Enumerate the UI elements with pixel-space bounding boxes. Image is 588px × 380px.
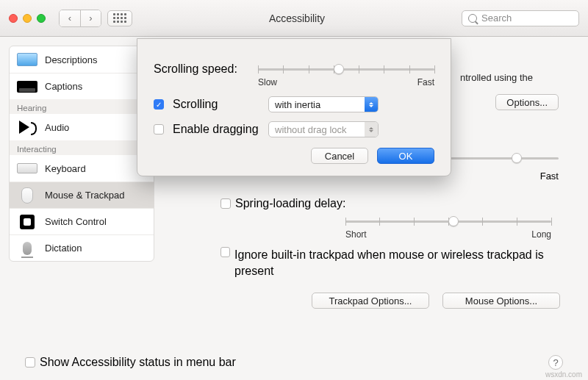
scrolling-speed-max-label: Fast (417, 77, 434, 87)
cancel-button[interactable]: Cancel (311, 148, 368, 164)
scrolling-checkbox[interactable]: ✓ (154, 99, 164, 110)
search-icon (468, 14, 477, 23)
keyboard-icon (17, 163, 37, 173)
sidebar-category-interacting: Interacting (10, 140, 154, 155)
window-title: Accessibility (269, 12, 325, 24)
back-button[interactable]: ‹ (60, 10, 80, 26)
sidebar-item-captions[interactable]: Captions (10, 73, 154, 99)
search-placeholder: Search (481, 12, 512, 24)
dragging-behavior-select: without drag lock (268, 121, 379, 137)
help-button[interactable]: ? (548, 355, 563, 370)
obscured-text-fragment: ntrolled using the (460, 72, 533, 83)
scrolling-speed-label: Scrolling speed: (154, 62, 249, 76)
scrolling-speed-slider[interactable] (258, 62, 434, 76)
descriptions-icon (17, 53, 37, 66)
mouse-options-button[interactable]: Mouse Options... (442, 293, 560, 309)
trackpad-options-sheet: Scrolling speed: Slow Fast ✓ Scrolling w… (137, 38, 451, 176)
audio-icon (19, 121, 29, 134)
ignore-builtin-trackpad-label: Ignore built-in trackpad when mouse or w… (234, 247, 560, 280)
grid-icon (113, 13, 126, 23)
window-toolbar: ‹ › Accessibility Search (0, 0, 588, 37)
scrolling-speed-min-label: Slow (258, 77, 277, 87)
spring-loading-checkbox[interactable] (220, 198, 231, 209)
enable-dragging-label: Enable dragging (173, 123, 259, 136)
search-field[interactable]: Search (462, 10, 579, 26)
spring-slider-min-label: Short (345, 229, 367, 240)
sidebar-item-label: Keyboard (45, 163, 86, 174)
zoom-window-button[interactable] (37, 14, 46, 23)
scrolling-select-value: with inertia (275, 99, 320, 110)
switch-control-icon (20, 215, 35, 229)
sidebar-item-label: Mouse & Trackpad (45, 190, 124, 201)
ok-button[interactable]: OK (377, 148, 434, 164)
ignore-builtin-trackpad-checkbox[interactable] (220, 247, 230, 257)
watermark-text: wsxdn.com (545, 370, 582, 379)
minimize-window-button[interactable] (23, 14, 32, 23)
show-status-menubar-checkbox[interactable] (25, 357, 35, 368)
sidebar-item-label: Audio (45, 122, 69, 133)
chevron-updown-icon (365, 97, 378, 112)
spring-slider-max-label: Long (531, 229, 551, 240)
sidebar-item-label: Switch Control (45, 216, 107, 227)
scrolling-checkbox-label: Scrolling (173, 98, 259, 111)
spring-loading-label: Spring-loading delay: (235, 197, 345, 210)
dictation-icon (23, 242, 32, 255)
show-status-menubar-label: Show Accessibility status in menu bar (40, 356, 236, 369)
sidebar-category-hearing: Hearing (10, 99, 154, 114)
spring-loading-delay-slider[interactable] (345, 215, 551, 228)
sidebar-item-label: Descriptions (45, 54, 98, 65)
accessibility-preferences-window: ‹ › Accessibility Search Descriptions (0, 0, 588, 380)
chevron-updown-icon (365, 122, 378, 137)
enable-dragging-checkbox[interactable] (154, 124, 164, 135)
sidebar-item-switch-control[interactable]: Switch Control (10, 208, 154, 234)
show-all-button[interactable] (107, 10, 132, 26)
mouse-icon (21, 187, 33, 204)
sidebar-item-mouse-trackpad[interactable]: Mouse & Trackpad (10, 182, 154, 208)
forward-button[interactable]: › (80, 10, 101, 26)
sidebar-item-descriptions[interactable]: Descriptions (10, 46, 154, 73)
sidebar-item-keyboard[interactable]: Keyboard (10, 155, 154, 182)
options-button[interactable]: Options... (495, 94, 559, 110)
dragging-select-value: without drag lock (275, 124, 347, 135)
window-controls (9, 14, 46, 23)
trackpad-options-button[interactable]: Trackpad Options... (312, 293, 429, 309)
sidebar-item-dictation[interactable]: Dictation (10, 234, 154, 261)
close-window-button[interactable] (9, 14, 18, 23)
scrolling-behavior-select[interactable]: with inertia (268, 96, 379, 112)
sidebar-item-label: Dictation (45, 243, 82, 254)
nav-back-forward: ‹ › (59, 10, 101, 27)
sidebar-item-audio[interactable]: Audio (10, 114, 154, 140)
sidebar-item-label: Captions (45, 81, 82, 92)
slider-max-label: Fast (540, 171, 559, 182)
captions-icon (17, 81, 37, 93)
